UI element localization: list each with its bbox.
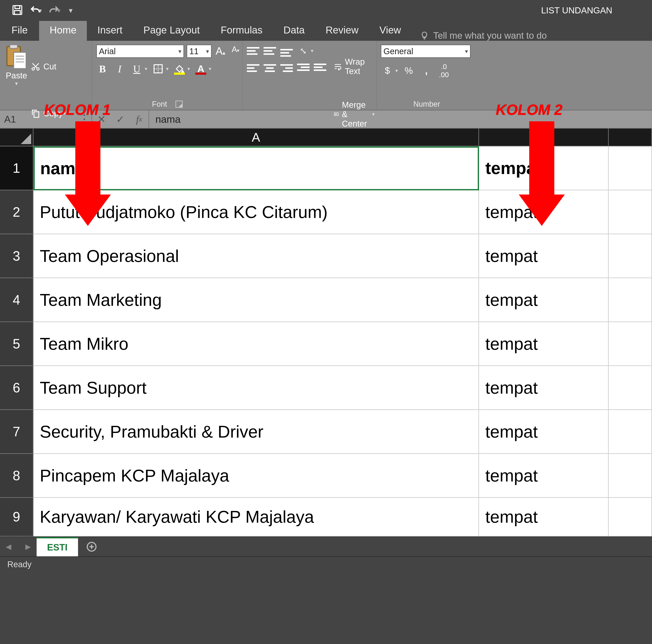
increase-font-icon[interactable]: A▴ — [214, 45, 227, 57]
chevron-down-icon[interactable]: ▾ — [395, 68, 398, 74]
tab-insert[interactable]: Insert — [87, 19, 133, 41]
sheet-tab-active[interactable]: ESTI — [36, 537, 78, 556]
borders-button[interactable] — [152, 62, 164, 75]
chevron-down-icon[interactable]: ▾ — [187, 66, 190, 72]
chevron-down-icon[interactable]: ▾ — [311, 48, 314, 54]
cell-c7[interactable] — [609, 410, 652, 454]
cell-b6[interactable]: tempat — [479, 366, 609, 410]
enter-formula-button[interactable]: ✓ — [111, 110, 130, 128]
align-top-button[interactable] — [247, 45, 260, 57]
align-bottom-button[interactable] — [280, 45, 293, 57]
undo-icon[interactable]: ▾ — [29, 5, 42, 16]
cell-b3[interactable]: tempat — [479, 234, 609, 278]
chevron-down-icon[interactable]: ▾ — [372, 111, 375, 117]
cell-a9[interactable]: Karyawan/ Karyawati KCP Majalaya — [33, 498, 479, 536]
row-header[interactable]: 2 — [0, 190, 33, 234]
cell-c4[interactable] — [609, 278, 652, 322]
font-name-combo[interactable]: Arial▾ — [96, 45, 184, 58]
insert-function-button[interactable]: fx — [130, 110, 148, 128]
row-5: 5 Team Mikro tempat — [0, 322, 652, 366]
font-size-combo[interactable]: 11▾ — [187, 45, 212, 58]
row-header[interactable]: 4 — [0, 278, 33, 322]
comma-format-button[interactable]: , — [419, 65, 433, 76]
chevron-down-icon[interactable]: ▾ — [465, 48, 468, 55]
increase-indent-button[interactable] — [314, 62, 326, 74]
italic-button[interactable]: I — [113, 63, 126, 75]
cell-a7[interactable]: Security, Pramubakti & Driver — [33, 410, 479, 454]
sheet-nav-prev-icon[interactable]: ◄ — [4, 541, 13, 552]
cell-c9[interactable] — [609, 498, 652, 536]
percent-format-button[interactable]: % — [402, 65, 415, 76]
redo-icon[interactable]: ▾ — [48, 5, 60, 16]
wrap-text-button[interactable]: Wrap Text — [334, 45, 375, 88]
cell-b5[interactable]: tempat — [479, 322, 609, 366]
cell-a3[interactable]: Team Operasional — [33, 234, 479, 278]
decrease-indent-button[interactable] — [297, 62, 309, 74]
chevron-down-icon[interactable]: ▾ — [145, 66, 147, 72]
dialog-launcher-icon[interactable] — [175, 101, 183, 108]
tab-view[interactable]: View — [369, 19, 411, 41]
row-header[interactable]: 9 — [0, 498, 33, 536]
annotation-kolom2: KOLOM 2 — [496, 102, 563, 118]
cell-a4[interactable]: Team Marketing — [33, 278, 479, 322]
chevron-down-icon[interactable]: ▾ — [15, 80, 18, 87]
tell-me-search[interactable]: Tell me what you want to do — [411, 30, 547, 41]
align-left-button[interactable] — [247, 62, 260, 74]
cell-c8[interactable] — [609, 454, 652, 498]
chevron-down-icon[interactable]: ▾ — [166, 66, 169, 72]
chevron-down-icon[interactable]: ▾ — [209, 66, 211, 72]
row-header[interactable]: 5 — [0, 322, 33, 366]
fill-color-button[interactable] — [173, 62, 186, 75]
paste-button[interactable]: Paste ▾ — [4, 45, 29, 87]
bold-button[interactable]: B — [96, 63, 109, 75]
sheet-nav-next-icon[interactable]: ► — [24, 541, 33, 552]
tab-file[interactable]: File — [0, 19, 39, 41]
chevron-down-icon[interactable]: ▾ — [39, 7, 42, 14]
cell-b4[interactable]: tempat — [479, 278, 609, 322]
row-header[interactable]: 3 — [0, 234, 33, 278]
chevron-down-icon[interactable]: ▾ — [179, 48, 181, 55]
new-sheet-button[interactable] — [82, 537, 101, 556]
align-middle-button[interactable] — [264, 45, 276, 57]
tab-review[interactable]: Review — [315, 19, 369, 41]
cell-b9[interactable]: tempat — [479, 498, 609, 536]
chevron-down-icon[interactable]: ▾ — [57, 7, 60, 14]
row-header[interactable]: 8 — [0, 454, 33, 498]
column-header-c[interactable] — [609, 129, 652, 146]
cell-c3[interactable] — [609, 234, 652, 278]
row-header[interactable]: 6 — [0, 366, 33, 410]
chevron-down-icon[interactable]: ▾ — [206, 48, 209, 55]
decrease-font-icon[interactable]: A▾ — [229, 45, 242, 57]
font-color-button[interactable]: A — [194, 62, 207, 75]
cell-a6[interactable]: Team Support — [33, 366, 479, 410]
cell-b7[interactable]: tempat — [479, 410, 609, 454]
cell-c6[interactable] — [609, 366, 652, 410]
accounting-format-button[interactable]: $ — [381, 65, 394, 76]
align-center-button[interactable] — [264, 62, 276, 74]
customize-qat-icon[interactable]: ▾ — [69, 6, 73, 15]
tab-formulas[interactable]: Formulas — [210, 19, 273, 41]
increase-decimal-button[interactable]: .0.00 — [437, 62, 451, 79]
select-all-corner[interactable] — [0, 129, 33, 146]
save-icon[interactable] — [11, 4, 23, 17]
tab-home[interactable]: Home — [39, 19, 87, 41]
status-ready: Ready — [7, 560, 32, 569]
cut-button[interactable]: Cut — [31, 45, 88, 88]
formula-input[interactable]: nama — [148, 110, 652, 128]
cell-c2[interactable] — [609, 190, 652, 234]
underline-button[interactable]: U — [131, 63, 143, 75]
cell-c1[interactable] — [609, 146, 652, 190]
align-right-button[interactable] — [280, 62, 293, 74]
number-format-combo[interactable]: General▾ — [381, 45, 471, 58]
cell-c5[interactable] — [609, 322, 652, 366]
cell-a5[interactable]: Team Mikro — [33, 322, 479, 366]
copy-icon — [31, 109, 40, 118]
row-header[interactable]: 7 — [0, 410, 33, 454]
tab-page-layout[interactable]: Page Layout — [133, 19, 210, 41]
row-header[interactable]: 1 — [0, 146, 33, 190]
cell-a8[interactable]: Pincapem KCP Majalaya — [33, 454, 479, 498]
tab-data[interactable]: Data — [273, 19, 315, 41]
orientation-button[interactable]: ⤡▾ — [297, 45, 309, 57]
merge-center-label: Merge & Center — [342, 100, 372, 128]
cell-b8[interactable]: tempat — [479, 454, 609, 498]
